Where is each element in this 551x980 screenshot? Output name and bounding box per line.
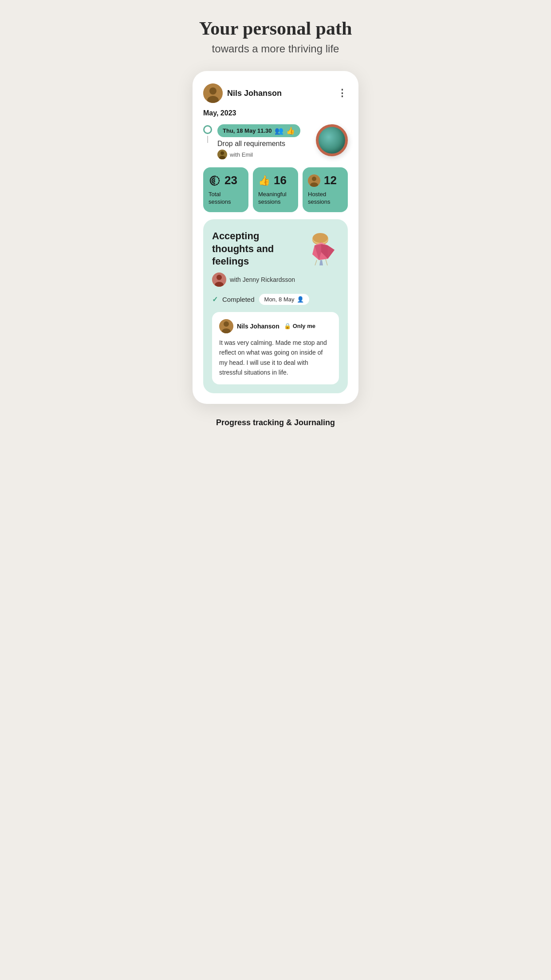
coach-avatar (212, 273, 226, 287)
stat-total-sessions: 23 Total sessions (203, 167, 248, 212)
session-coach-avatar (217, 150, 227, 159)
hero-title: Your personal path (199, 18, 352, 39)
svg-point-11 (313, 233, 328, 243)
svg-marker-17 (319, 260, 323, 265)
stat-top-2: 👍 16 (258, 174, 293, 187)
journal-header: Nils Johanson 🔒 Only me (219, 319, 332, 333)
hero-subtitle: towards a more thriving life (212, 43, 339, 55)
green-section-meta: with Jenny Rickardsson (212, 273, 339, 287)
hosted-avatar-icon (308, 174, 320, 187)
thumbs-up-icon: 👍 (286, 126, 295, 135)
session-date-badge: Mon, 8 May 👤 (259, 294, 310, 305)
phone-card: Nils Johanson ⋮ May, 2023 Thu, 18 May 11… (193, 71, 358, 404)
thumbsup-stat-icon: 👍 (258, 175, 270, 186)
journal-text: It was very calming. Made me stop and re… (219, 338, 332, 378)
total-sessions-number: 23 (224, 174, 237, 187)
person-badge-icon: 👤 (297, 296, 304, 303)
total-sessions-label: Total sessions (209, 191, 243, 206)
session-coach-name: with Emil (230, 151, 253, 158)
lock-icon: 🔒 (284, 323, 291, 329)
svg-line-19 (326, 259, 327, 265)
hosted-sessions-number: 12 (324, 174, 337, 187)
meaningful-sessions-label: Meaningful sessions (258, 191, 293, 206)
meaningful-sessions-number: 16 (274, 174, 287, 187)
card-header: Nils Johanson ⋮ (203, 83, 348, 103)
stat-top-3: 12 (308, 174, 342, 187)
svg-point-4 (220, 151, 224, 155)
ball-decoration (316, 124, 348, 156)
privacy-label: Only me (293, 323, 315, 329)
user-info: Nils Johanson (203, 83, 282, 103)
session-date-text: Thu, 18 May 11.30 (223, 127, 272, 134)
session-row: Thu, 18 May 11.30 👥 👍 Drop all requireme… (203, 124, 348, 159)
session-badge: Thu, 18 May 11.30 👥 👍 (217, 124, 300, 137)
green-section-title: Accepting thoughts and feelings (212, 230, 303, 268)
svg-line-18 (315, 260, 317, 265)
timeline (203, 124, 212, 143)
session-content: Thu, 18 May 11.30 👥 👍 Drop all requireme… (217, 124, 311, 159)
green-section-header: Accepting thoughts and feelings (212, 230, 339, 268)
session-date: Mon, 8 May (264, 296, 295, 303)
hosted-sessions-label: Hosted sessions (308, 191, 342, 206)
month-label: May, 2023 (203, 109, 348, 117)
gem-decoration (303, 230, 339, 265)
page-footer: Progress tracking & Journaling (216, 418, 335, 427)
session-with: with Emil (217, 150, 311, 159)
stat-top: 23 (209, 174, 243, 187)
svg-point-24 (224, 321, 229, 327)
completed-row: ✓ Completed Mon, 8 May 👤 (212, 294, 339, 305)
svg-point-21 (216, 275, 222, 280)
timeline-line (207, 136, 208, 143)
journal-note: Nils Johanson 🔒 Only me It was very calm… (212, 312, 339, 385)
coach-name: with Jenny Rickardsson (230, 276, 295, 283)
stat-meaningful-sessions: 👍 16 Meaningful sessions (253, 167, 298, 212)
more-options-icon[interactable]: ⋮ (337, 87, 348, 99)
session-title: Drop all requirements (217, 140, 311, 148)
stat-hosted-sessions: 12 Hosted sessions (303, 167, 348, 212)
check-icon: ✓ (212, 295, 218, 304)
journal-avatar (219, 319, 233, 333)
user-name: Nils Johanson (227, 89, 282, 98)
page-wrapper: Your personal path towards a more thrivi… (184, 0, 367, 454)
journal-user-name: Nils Johanson (237, 323, 279, 330)
stats-grid: 23 Total sessions 👍 16 Meaningful sessio… (203, 167, 348, 212)
completed-label: Completed (222, 296, 255, 303)
svg-point-1 (209, 87, 216, 95)
svg-marker-13 (328, 245, 335, 259)
green-section: Accepting thoughts and feelings (203, 219, 348, 393)
timeline-dot (203, 125, 212, 134)
group-icon: 👥 (275, 126, 283, 135)
svg-point-7 (312, 177, 316, 181)
swirl-icon (209, 174, 221, 187)
journal-privacy: 🔒 Only me (284, 323, 315, 329)
user-avatar (203, 83, 223, 103)
